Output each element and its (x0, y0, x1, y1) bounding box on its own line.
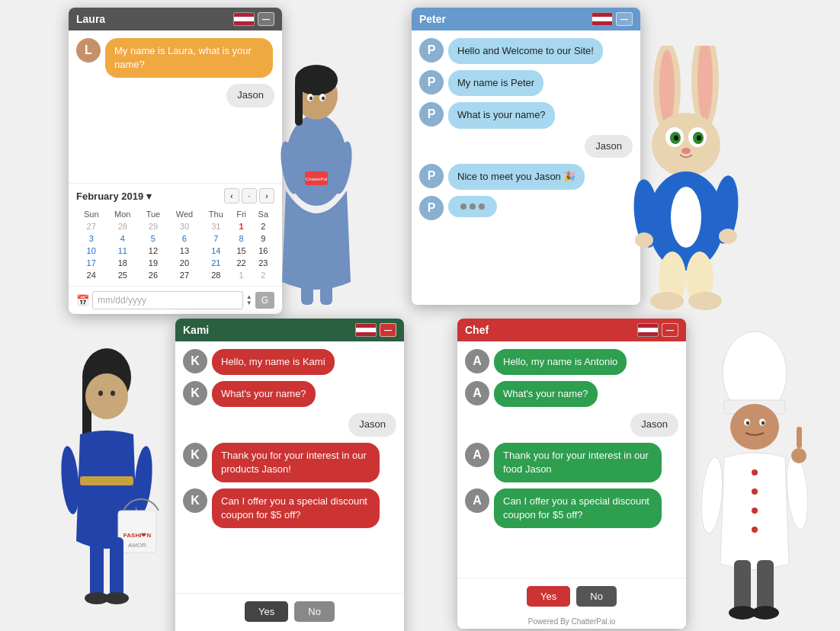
calendar-day-cell[interactable]: 28 (106, 220, 139, 232)
bot-message-row: AWhat's your name? (465, 381, 678, 407)
kami-flag-button[interactable] (355, 323, 377, 337)
calendar-prev-button[interactable]: ‹ (224, 188, 239, 203)
calendar-header-cell: Sun (76, 208, 106, 220)
date-input-row: 📅 mm/dd/yyyy ▲ ▼ G (69, 286, 282, 314)
svg-text:ChatterPal: ChatterPal (306, 177, 327, 181)
chef-no-button[interactable]: No (576, 586, 617, 607)
svg-rect-44 (118, 511, 156, 553)
svg-rect-10 (305, 171, 328, 185)
bot-message-row: LMy name is Laura, what is your name? (76, 38, 274, 78)
calendar-day-cell[interactable]: 31 (201, 220, 230, 232)
avatar: K (183, 349, 207, 373)
calendar-day-cell[interactable]: 28 (201, 269, 230, 281)
user-message-row: Jason (76, 84, 274, 107)
calendar-day-cell[interactable]: 5 (139, 232, 168, 245)
svg-point-36 (82, 348, 131, 406)
bot-message-row: KWhat's your name? (183, 381, 396, 407)
kami-minimize-button[interactable]: — (380, 323, 396, 337)
calendar-day-cell[interactable]: 3 (76, 232, 106, 245)
chef-chat-body: AHello, my name is AntonioAWhat's your n… (457, 341, 686, 578)
bot-message-row: KHello, my name is Kami (183, 349, 396, 375)
date-down-arrow[interactable]: ▼ (246, 300, 252, 306)
calendar-day-cell[interactable]: 18 (106, 257, 139, 269)
calendar-day-cell[interactable]: 8 (231, 232, 252, 245)
calendar-day-cell[interactable]: 14 (201, 245, 230, 257)
calendar-day-cell[interactable]: 11 (106, 245, 139, 257)
chef-header: Chef — (457, 319, 686, 341)
svg-point-57 (761, 421, 765, 425)
bot-message-row: PWhat is your name? (419, 102, 633, 128)
go-button[interactable]: G (255, 292, 274, 309)
calendar-day-cell[interactable]: 24 (76, 269, 106, 281)
svg-point-20 (688, 127, 707, 147)
calendar-next-button[interactable]: › (259, 188, 274, 203)
calendar-day-cell[interactable]: 27 (76, 220, 106, 232)
calendar-day-cell[interactable]: 4 (106, 232, 139, 245)
calendar-day-cell[interactable]: 20 (168, 257, 201, 269)
calendar-day-cell[interactable]: 25 (106, 269, 139, 281)
bot-message-row: PHello and Welcome to our Site! (419, 38, 633, 64)
laura-chat-window: Laura — LMy name is Laura, what is your … (69, 8, 282, 314)
calendar-day-cell[interactable]: 1 (231, 220, 252, 232)
svg-point-19 (665, 127, 684, 147)
svg-point-50 (104, 592, 129, 604)
kami-no-button[interactable]: No (294, 601, 335, 622)
laura-flag-button[interactable] (233, 12, 255, 26)
calendar-day-cell[interactable]: 19 (139, 257, 168, 269)
calendar-day-cell[interactable]: 13 (168, 245, 201, 257)
chef-yes-button[interactable]: Yes (527, 586, 570, 607)
avatar: L (76, 38, 101, 62)
user-message-row: Jason (419, 135, 633, 158)
calendar-day-cell[interactable]: 2 (252, 269, 274, 281)
calendar-day-cell[interactable]: 2 (252, 220, 274, 232)
peter-header-buttons: — (592, 12, 633, 26)
calendar-day-cell[interactable]: 9 (252, 232, 274, 245)
svg-point-18 (652, 113, 720, 177)
date-input-field[interactable]: mm/dd/yyyy (92, 291, 243, 309)
calendar-navigation: February 2019 ▾ ‹ · › (76, 188, 274, 203)
user-message-row: Jason (183, 413, 396, 436)
calendar-icon: 📅 (76, 294, 89, 306)
svg-rect-67 (757, 560, 774, 613)
avatar: A (465, 349, 489, 373)
laura-title: Laura (76, 13, 233, 25)
user-message-bubble: Jason (585, 135, 633, 158)
calendar-day-cell[interactable]: 12 (139, 245, 168, 257)
calendar-day-cell[interactable]: 16 (252, 245, 274, 257)
calendar-day-cell[interactable]: 27 (168, 269, 201, 281)
peter-minimize-button[interactable]: — (616, 12, 633, 26)
calendar-day-cell[interactable]: 6 (168, 232, 201, 245)
calendar-day-cell[interactable]: 21 (201, 257, 230, 269)
calendar-day-cell[interactable]: 7 (201, 232, 230, 245)
bot-message-bubble: Can I offer you a special discount coupo… (212, 488, 380, 528)
svg-point-25 (681, 148, 691, 154)
svg-point-29 (710, 175, 741, 245)
svg-rect-3 (295, 80, 303, 126)
calendar-today-button[interactable]: · (242, 188, 257, 203)
laura-header: Laura — (69, 8, 282, 30)
calendar-day-cell[interactable]: 29 (139, 220, 168, 232)
calendar-day-cell[interactable]: 26 (139, 269, 168, 281)
peter-flag-button[interactable] (592, 12, 613, 26)
calendar-day-cell[interactable]: 17 (76, 257, 106, 269)
svg-point-6 (307, 94, 313, 101)
svg-rect-48 (110, 537, 123, 598)
svg-rect-47 (90, 537, 104, 598)
calendar-day-cell[interactable]: 30 (168, 220, 201, 232)
calendar-day-cell[interactable]: 22 (231, 257, 252, 269)
svg-point-35 (688, 292, 722, 310)
calendar-day-cell[interactable]: 10 (76, 245, 106, 257)
chef-minimize-button[interactable]: — (662, 323, 678, 337)
kami-chat-body: KHello, my name is KamiKWhat's your name… (175, 341, 404, 593)
laura-minimize-button[interactable]: — (258, 12, 274, 26)
calendar-day-cell[interactable]: 1 (231, 269, 252, 281)
chevron-down-icon[interactable]: ▾ (146, 191, 152, 202)
calendar-day-cell[interactable]: 23 (252, 257, 274, 269)
chef-flag-button[interactable] (637, 323, 659, 337)
calendar-day-cell[interactable]: 15 (231, 245, 252, 257)
svg-point-21 (670, 132, 681, 144)
svg-point-26 (648, 171, 724, 271)
kami-yes-button[interactable]: Yes (245, 601, 288, 622)
svg-point-63 (784, 453, 811, 530)
svg-point-22 (693, 132, 704, 144)
